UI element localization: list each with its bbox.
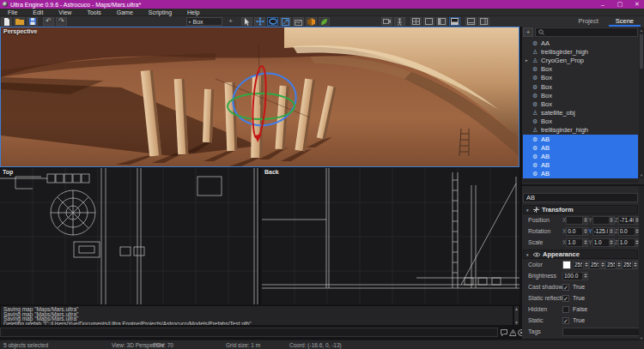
position-y-field[interactable]: [592, 216, 610, 225]
properties-scrollbar[interactable]: ▼: [639, 186, 644, 340]
entity-gear-icon: ⚙: [532, 84, 538, 90]
scene-search-box[interactable]: [535, 27, 638, 37]
scale-x-field[interactable]: [566, 238, 583, 247]
scroll-down-icon[interactable]: ▼: [639, 173, 644, 178]
vegetation-tool-button[interactable]: [319, 17, 330, 26]
color-r-field[interactable]: [573, 261, 584, 269]
save-button[interactable]: [27, 17, 38, 26]
cast-shadows-checkbox[interactable]: ✓: [562, 284, 569, 291]
rotate-tool-button[interactable]: [267, 17, 278, 26]
menu-scripting[interactable]: Scripting: [141, 9, 179, 15]
tab-project[interactable]: Project: [571, 16, 605, 27]
entity-name-field[interactable]: [523, 193, 638, 202]
spinner-icon[interactable]: [633, 261, 638, 269]
menu-game[interactable]: Game: [109, 9, 141, 15]
layout-bottom-bar-button[interactable]: [465, 17, 477, 26]
rotation-x-field[interactable]: [566, 227, 583, 236]
scale-y-field[interactable]: [592, 238, 610, 247]
scale-z-field[interactable]: [618, 238, 635, 247]
scene-tree-item[interactable]: ⚙Box: [523, 99, 638, 108]
layout-right-bar-button[interactable]: [478, 17, 489, 26]
console-warnings-icon[interactable]: [509, 328, 516, 336]
primitive-dropdown[interactable]: ▸ Box: [186, 17, 222, 26]
expand-all-button[interactable]: +: [523, 27, 533, 37]
color-row: Color: [523, 259, 638, 270]
layout-split-bottom-button[interactable]: [449, 17, 460, 26]
material-paint-tool-button[interactable]: [306, 17, 317, 26]
scene-tree-item[interactable]: ⚙AB: [523, 143, 638, 152]
menu-file[interactable]: File: [0, 9, 25, 15]
scene-tree-item[interactable]: ♙trellisgirder_high: [523, 126, 638, 135]
character-tool-button[interactable]: [394, 17, 405, 26]
menu-edit[interactable]: Edit: [25, 9, 51, 15]
move-tool-button[interactable]: [254, 17, 265, 26]
redo-button[interactable]: ↷: [56, 17, 67, 26]
status-fov: FOV: 70: [153, 342, 173, 348]
scene-tree-item[interactable]: ♙satellite_obj: [523, 109, 638, 117]
position-x-field[interactable]: [566, 216, 583, 225]
color-a-field[interactable]: [622, 261, 633, 269]
console-input[interactable]: [0, 328, 498, 337]
scene-tree-item[interactable]: ⚙Box: [523, 82, 638, 91]
scene-tree-hscrollbar[interactable]: [523, 179, 638, 183]
scale-tool-button[interactable]: [280, 17, 291, 26]
menu-help[interactable]: Help: [179, 9, 207, 15]
menu-view[interactable]: View: [51, 9, 79, 15]
console-scrollbar[interactable]: ▲ ▼: [513, 305, 519, 326]
layout-split-left-button[interactable]: [436, 17, 447, 26]
static-checkbox[interactable]: ✓: [562, 317, 569, 324]
viewport-back[interactable]: Back: [262, 168, 519, 304]
scroll-down-icon[interactable]: ▼: [514, 320, 519, 325]
color-g-field[interactable]: [589, 261, 600, 269]
appearance-section-header[interactable]: ▾ Appearance: [523, 250, 638, 259]
scene-tree-item[interactable]: ⚙Box: [523, 91, 638, 99]
scene-tree-item[interactable]: ⚙AB: [523, 135, 638, 143]
scene-search-input[interactable]: [547, 29, 635, 35]
static-reflection-checkbox[interactable]: ✓: [562, 295, 569, 302]
camera-tool-button[interactable]: [381, 17, 392, 26]
viewport-top[interactable]: Top: [0, 168, 260, 304]
add-primitive-button[interactable]: +: [225, 17, 236, 26]
scene-tree-item[interactable]: ▸♙CryoGen_Prop: [523, 56, 638, 64]
scene-tree-item[interactable]: ⚙Box: [523, 117, 638, 126]
hidden-checkbox[interactable]: [562, 306, 569, 313]
minimize-button[interactable]: –: [599, 2, 606, 8]
new-file-button[interactable]: [1, 17, 12, 26]
scene-tree-item-label: AB: [541, 170, 550, 178]
rotation-y-field[interactable]: [592, 227, 610, 236]
scene-tree-item[interactable]: ⚙AB: [523, 161, 638, 170]
color-b-field[interactable]: [605, 261, 617, 269]
scene-tree-item[interactable]: ⚙Box: [523, 65, 638, 74]
color-swatch[interactable]: [562, 261, 571, 269]
brightness-field[interactable]: [562, 272, 583, 280]
scene-tree-item[interactable]: ⚙AB: [523, 170, 638, 178]
layout-quad-button[interactable]: [410, 17, 422, 26]
terrain-tool-button[interactable]: [293, 17, 304, 26]
tags-field[interactable]: [562, 328, 644, 336]
expand-arrow-icon[interactable]: ▸: [526, 57, 530, 63]
scene-tree-item[interactable]: ⚙AA: [523, 39, 638, 47]
scene-tree-item[interactable]: ⚙AB: [523, 152, 638, 160]
console-log[interactable]: Saving map "Maps/Mars.ultra"Saving map "…: [0, 305, 513, 326]
position-z-field[interactable]: [618, 216, 635, 225]
rotation-z-field[interactable]: [618, 227, 635, 236]
scene-tree-scrollbar[interactable]: ▲ ▼: [639, 27, 644, 178]
undo-button[interactable]: ↶: [43, 17, 54, 26]
layout-single-button[interactable]: [423, 17, 434, 26]
scene-tree-item[interactable]: ♙trellisgirder_high: [523, 47, 638, 56]
transform-section-header[interactable]: ▾ Transform: [523, 205, 638, 214]
scroll-up-icon[interactable]: ▲: [514, 306, 519, 311]
open-project-button[interactable]: [14, 17, 25, 26]
spinner-icon[interactable]: [583, 272, 588, 280]
maximize-button[interactable]: ▢: [617, 1, 623, 8]
scroll-up-icon[interactable]: ▲: [639, 28, 644, 33]
console-messages-icon[interactable]: [501, 328, 507, 336]
scene-tree-item-label: trellisgirder_high: [541, 126, 588, 134]
scene-tree-item[interactable]: ⚙Box: [523, 74, 638, 82]
close-button[interactable]: ✕: [634, 1, 641, 8]
select-tool-button[interactable]: [241, 17, 252, 26]
layout-split-left-icon: [438, 18, 446, 25]
menu-tools[interactable]: Tools: [79, 9, 108, 15]
viewport-perspective[interactable]: Perspective: [0, 27, 519, 167]
tab-scene[interactable]: Scene: [609, 16, 641, 27]
